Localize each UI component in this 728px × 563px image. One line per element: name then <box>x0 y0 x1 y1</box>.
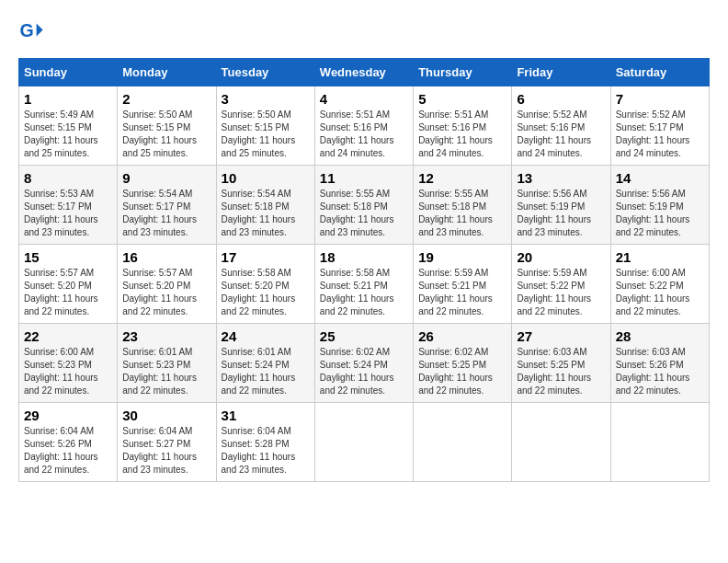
day-info: Sunrise: 5:50 AM Sunset: 5:15 PM Dayligh… <box>122 109 197 158</box>
day-number: 24 <box>222 328 310 344</box>
day-info: Sunrise: 5:57 AM Sunset: 5:20 PM Dayligh… <box>24 268 98 316</box>
day-cell: 17Sunrise: 5:58 AM Sunset: 5:20 PM Dayli… <box>216 245 314 324</box>
day-info: Sunrise: 5:52 AM Sunset: 5:16 PM Dayligh… <box>517 109 591 158</box>
day-info: Sunrise: 5:57 AM Sunset: 5:20 PM Dayligh… <box>122 268 197 316</box>
day-cell: 22Sunrise: 6:00 AM Sunset: 5:23 PM Dayli… <box>19 324 118 403</box>
day-cell: 29Sunrise: 6:04 AM Sunset: 5:26 PM Dayli… <box>19 403 118 482</box>
day-number: 8 <box>24 170 112 186</box>
day-number: 27 <box>517 328 605 344</box>
day-number: 14 <box>616 170 704 186</box>
day-number: 29 <box>24 408 112 423</box>
day-number: 31 <box>222 408 310 423</box>
col-header-wednesday: Wednesday <box>314 59 413 86</box>
day-cell: 3Sunrise: 5:50 AM Sunset: 5:15 PM Daylig… <box>216 86 314 166</box>
svg-text:G: G <box>19 20 33 40</box>
day-info: Sunrise: 6:01 AM Sunset: 5:23 PM Dayligh… <box>122 347 197 396</box>
col-header-sunday: Sunday <box>19 59 118 86</box>
day-cell: 16Sunrise: 5:57 AM Sunset: 5:20 PM Dayli… <box>118 245 216 324</box>
day-cell: 20Sunrise: 5:59 AM Sunset: 5:22 PM Dayli… <box>512 245 610 324</box>
day-number: 7 <box>616 91 704 107</box>
day-cell <box>314 403 413 482</box>
week-row-3: 15Sunrise: 5:57 AM Sunset: 5:20 PM Dayli… <box>19 245 710 324</box>
col-header-friday: Friday <box>512 59 610 86</box>
day-cell: 18Sunrise: 5:58 AM Sunset: 5:21 PM Dayli… <box>314 245 413 324</box>
day-info: Sunrise: 5:58 AM Sunset: 5:20 PM Dayligh… <box>222 268 296 316</box>
day-number: 10 <box>222 170 310 186</box>
day-info: Sunrise: 5:58 AM Sunset: 5:21 PM Dayligh… <box>320 268 394 316</box>
day-info: Sunrise: 6:04 AM Sunset: 5:27 PM Dayligh… <box>122 426 197 475</box>
week-row-5: 29Sunrise: 6:04 AM Sunset: 5:26 PM Dayli… <box>19 403 710 482</box>
day-info: Sunrise: 5:54 AM Sunset: 5:18 PM Dayligh… <box>222 189 296 237</box>
day-number: 6 <box>517 91 605 107</box>
header: G <box>18 18 710 44</box>
day-cell: 15Sunrise: 5:57 AM Sunset: 5:20 PM Dayli… <box>19 245 118 324</box>
day-info: Sunrise: 5:51 AM Sunset: 5:16 PM Dayligh… <box>320 109 394 158</box>
day-cell: 7Sunrise: 5:52 AM Sunset: 5:17 PM Daylig… <box>610 86 709 166</box>
col-header-tuesday: Tuesday <box>216 59 314 86</box>
day-cell: 27Sunrise: 6:03 AM Sunset: 5:25 PM Dayli… <box>512 324 610 403</box>
day-cell: 2Sunrise: 5:50 AM Sunset: 5:15 PM Daylig… <box>118 86 216 166</box>
day-number: 15 <box>24 249 112 265</box>
day-cell: 11Sunrise: 5:55 AM Sunset: 5:18 PM Dayli… <box>314 166 413 245</box>
day-info: Sunrise: 6:03 AM Sunset: 5:25 PM Dayligh… <box>517 347 591 396</box>
day-cell: 9Sunrise: 5:54 AM Sunset: 5:17 PM Daylig… <box>118 166 216 245</box>
day-cell: 1Sunrise: 5:49 AM Sunset: 5:15 PM Daylig… <box>19 86 118 166</box>
day-info: Sunrise: 5:59 AM Sunset: 5:22 PM Dayligh… <box>517 268 591 316</box>
day-cell <box>610 403 709 482</box>
day-number: 5 <box>418 91 506 107</box>
week-row-4: 22Sunrise: 6:00 AM Sunset: 5:23 PM Dayli… <box>19 324 710 403</box>
day-cell: 23Sunrise: 6:01 AM Sunset: 5:23 PM Dayli… <box>118 324 216 403</box>
day-number: 22 <box>24 328 112 344</box>
col-header-monday: Monday <box>118 59 216 86</box>
day-cell: 4Sunrise: 5:51 AM Sunset: 5:16 PM Daylig… <box>314 86 413 166</box>
day-info: Sunrise: 5:53 AM Sunset: 5:17 PM Dayligh… <box>24 189 98 237</box>
day-info: Sunrise: 6:04 AM Sunset: 5:26 PM Dayligh… <box>24 426 98 475</box>
logo: G <box>18 18 46 44</box>
day-cell: 30Sunrise: 6:04 AM Sunset: 5:27 PM Dayli… <box>118 403 216 482</box>
day-cell <box>512 403 610 482</box>
day-info: Sunrise: 6:00 AM Sunset: 5:23 PM Dayligh… <box>24 347 98 396</box>
day-info: Sunrise: 6:01 AM Sunset: 5:24 PM Dayligh… <box>222 347 296 396</box>
day-cell: 31Sunrise: 6:04 AM Sunset: 5:28 PM Dayli… <box>216 403 314 482</box>
col-header-thursday: Thursday <box>414 59 512 86</box>
day-info: Sunrise: 5:55 AM Sunset: 5:18 PM Dayligh… <box>418 189 493 237</box>
day-cell: 14Sunrise: 5:56 AM Sunset: 5:19 PM Dayli… <box>610 166 709 245</box>
day-number: 20 <box>517 249 605 265</box>
day-cell: 28Sunrise: 6:03 AM Sunset: 5:26 PM Dayli… <box>610 324 709 403</box>
day-info: Sunrise: 5:52 AM Sunset: 5:17 PM Dayligh… <box>616 109 690 158</box>
day-cell: 5Sunrise: 5:51 AM Sunset: 5:16 PM Daylig… <box>414 86 512 166</box>
day-info: Sunrise: 6:02 AM Sunset: 5:24 PM Dayligh… <box>320 347 394 396</box>
day-number: 9 <box>122 170 210 186</box>
day-number: 3 <box>222 91 310 107</box>
svg-marker-1 <box>37 24 43 37</box>
day-number: 28 <box>616 328 704 344</box>
day-info: Sunrise: 6:03 AM Sunset: 5:26 PM Dayligh… <box>616 347 690 396</box>
day-cell: 25Sunrise: 6:02 AM Sunset: 5:24 PM Dayli… <box>314 324 413 403</box>
day-info: Sunrise: 5:51 AM Sunset: 5:16 PM Dayligh… <box>418 109 493 158</box>
day-number: 13 <box>517 170 605 186</box>
day-number: 2 <box>122 91 210 107</box>
day-number: 4 <box>320 91 408 107</box>
day-cell: 12Sunrise: 5:55 AM Sunset: 5:18 PM Dayli… <box>414 166 512 245</box>
calendar-table: SundayMondayTuesdayWednesdayThursdayFrid… <box>18 58 710 482</box>
day-cell: 26Sunrise: 6:02 AM Sunset: 5:25 PM Dayli… <box>414 324 512 403</box>
day-cell: 10Sunrise: 5:54 AM Sunset: 5:18 PM Dayli… <box>216 166 314 245</box>
day-number: 11 <box>320 170 408 186</box>
week-row-2: 8Sunrise: 5:53 AM Sunset: 5:17 PM Daylig… <box>19 166 710 245</box>
day-info: Sunrise: 6:00 AM Sunset: 5:22 PM Dayligh… <box>616 268 690 316</box>
col-header-saturday: Saturday <box>610 59 709 86</box>
day-number: 1 <box>24 91 112 107</box>
day-number: 19 <box>418 249 506 265</box>
day-cell: 21Sunrise: 6:00 AM Sunset: 5:22 PM Dayli… <box>610 245 709 324</box>
day-number: 23 <box>122 328 210 344</box>
day-info: Sunrise: 5:55 AM Sunset: 5:18 PM Dayligh… <box>320 189 394 237</box>
day-info: Sunrise: 5:56 AM Sunset: 5:19 PM Dayligh… <box>616 189 690 237</box>
day-info: Sunrise: 5:49 AM Sunset: 5:15 PM Dayligh… <box>24 109 98 158</box>
day-cell: 8Sunrise: 5:53 AM Sunset: 5:17 PM Daylig… <box>19 166 118 245</box>
day-number: 21 <box>616 249 704 265</box>
day-number: 26 <box>418 328 506 344</box>
day-cell: 13Sunrise: 5:56 AM Sunset: 5:19 PM Dayli… <box>512 166 610 245</box>
header-row: SundayMondayTuesdayWednesdayThursdayFrid… <box>19 59 710 86</box>
logo-icon: G <box>18 18 44 44</box>
day-info: Sunrise: 6:02 AM Sunset: 5:25 PM Dayligh… <box>418 347 493 396</box>
